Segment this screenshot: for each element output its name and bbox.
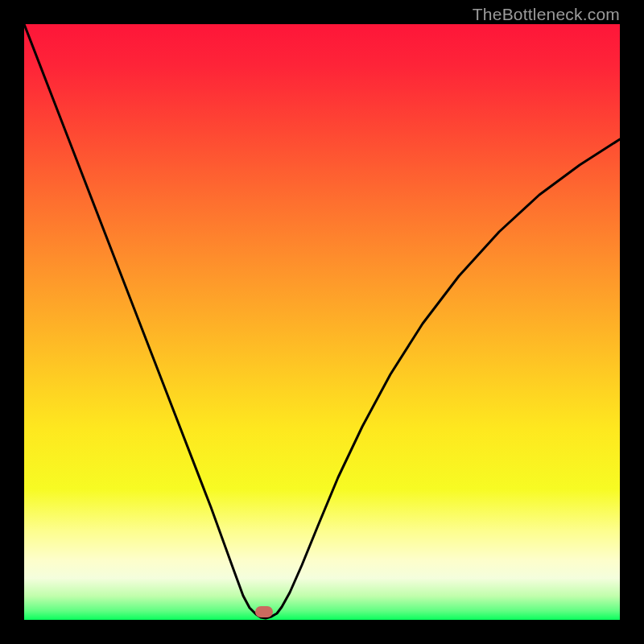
optimum-marker	[255, 606, 273, 617]
plot-area	[24, 24, 620, 620]
watermark-text: TheBottleneck.com	[473, 5, 620, 24]
chart-frame: TheBottleneck.com	[0, 0, 644, 644]
bottleneck-curve	[24, 24, 620, 620]
